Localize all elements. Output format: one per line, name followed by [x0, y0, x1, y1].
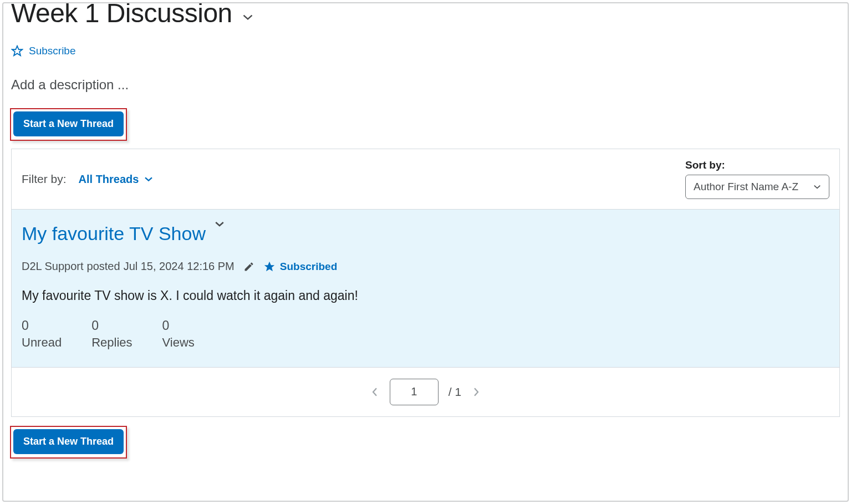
stat-replies-label: Replies — [91, 334, 132, 352]
subscribe-link[interactable]: Subscribe — [3, 28, 848, 57]
stat-unread-label: Unread — [22, 334, 62, 352]
thread-posted-verb: posted — [87, 260, 120, 273]
chevron-down-icon — [813, 184, 821, 190]
page-total: / 1 — [449, 385, 461, 399]
pagination: / 1 — [12, 367, 839, 416]
filter-sort-bar: Filter by: All Threads Sort by: Author F… — [12, 149, 839, 209]
chevron-down-icon — [144, 176, 153, 182]
filter-by-label: Filter by: — [22, 172, 67, 186]
stat-views-count: 0 — [162, 317, 195, 334]
svg-marker-0 — [12, 46, 22, 55]
sort-by-label: Sort by: — [685, 159, 829, 171]
sort-value: Author First Name A-Z — [694, 181, 798, 193]
subscribe-label: Subscribe — [29, 45, 76, 57]
filter-value: All Threads — [79, 173, 139, 186]
subscribed-label: Subscribed — [280, 261, 337, 273]
start-new-thread-button-top[interactable]: Start a New Thread — [13, 111, 124, 136]
start-thread-highlight-bottom: Start a New Thread — [10, 426, 127, 459]
topic-menu-chevron-down-icon[interactable] — [242, 13, 253, 21]
prev-page-icon[interactable] — [370, 387, 380, 397]
filter-threads-dropdown[interactable]: All Threads — [79, 173, 154, 186]
stat-replies-count: 0 — [91, 317, 132, 334]
description-placeholder[interactable]: Add a description ... — [3, 57, 848, 93]
thread-menu-chevron-down-icon[interactable] — [215, 221, 225, 227]
stat-views: 0 Views — [162, 317, 195, 352]
start-thread-highlight-top: Start a New Thread — [10, 108, 127, 141]
svg-marker-1 — [264, 261, 274, 271]
stat-unread: 0 Unread — [22, 317, 62, 352]
subscribed-toggle[interactable]: Subscribed — [263, 261, 337, 273]
star-outline-icon — [11, 45, 23, 57]
start-new-thread-button-bottom[interactable]: Start a New Thread — [13, 429, 124, 454]
stat-replies: 0 Replies — [91, 317, 132, 352]
pencil-icon[interactable] — [243, 261, 254, 272]
sort-select[interactable]: Author First Name A-Z — [685, 175, 829, 199]
star-filled-icon — [263, 261, 276, 273]
thread-posted-at: Jul 15, 2024 12:16 PM — [124, 260, 235, 273]
thread-card: My favourite TV Show D2L Support posted … — [12, 209, 839, 367]
stat-views-label: Views — [162, 334, 195, 352]
thread-body: My favourite TV show is X. I could watch… — [22, 288, 829, 303]
page-number-input[interactable] — [390, 379, 439, 405]
next-page-icon[interactable] — [471, 387, 481, 397]
thread-title-link[interactable]: My favourite TV Show — [22, 223, 206, 245]
thread-author: D2L Support — [22, 260, 84, 273]
stat-unread-count: 0 — [22, 317, 62, 334]
thread-list-panel: Filter by: All Threads Sort by: Author F… — [11, 149, 840, 417]
page-title: Week 1 Discussion — [11, 2, 232, 28]
